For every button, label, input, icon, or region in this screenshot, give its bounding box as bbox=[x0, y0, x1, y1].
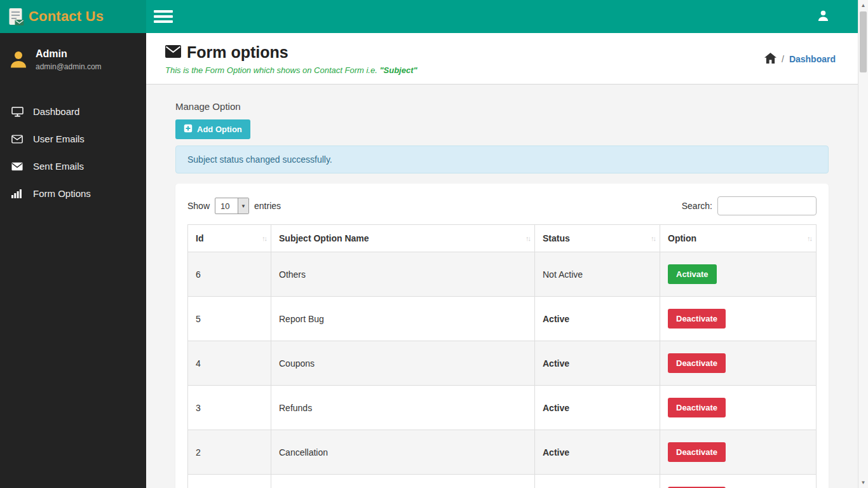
user-name: Admin bbox=[36, 48, 102, 60]
envelope-title-icon bbox=[165, 45, 181, 60]
add-option-button[interactable]: Add Option bbox=[175, 119, 250, 139]
cell-status: Active bbox=[535, 430, 660, 475]
bar-chart-icon bbox=[11, 189, 27, 198]
column-header-subject-option-name[interactable]: Subject Option Name ↑↓ bbox=[271, 225, 535, 252]
cell-subject-option-name: Coupons bbox=[271, 341, 535, 386]
top-navbar bbox=[146, 0, 858, 33]
cell-option: Deactivate bbox=[660, 430, 817, 475]
user-menu-button[interactable] bbox=[817, 10, 829, 24]
table-row: 2 Cancellation Active Deactivate bbox=[188, 430, 817, 475]
column-header-id[interactable]: Id ↑↓ bbox=[188, 225, 271, 252]
cell-subject-option-name: Report Bug bbox=[271, 297, 535, 341]
breadcrumb-dashboard-link[interactable]: Dashboard bbox=[789, 54, 836, 64]
main-area: Form options This is the Form Option whi… bbox=[146, 0, 858, 488]
table-row: 4 Coupons Active Deactivate bbox=[188, 341, 817, 386]
table-row: 5 Report Bug Active Deactivate bbox=[188, 297, 817, 341]
user-email: admin@admin.com bbox=[36, 62, 102, 71]
cell-status: Not Active bbox=[535, 252, 660, 297]
user-panel: Admin admin@admin.com bbox=[0, 33, 146, 78]
cell-option: Deactivate bbox=[660, 297, 817, 341]
sort-icon: ↑↓ bbox=[807, 234, 811, 242]
sidebar-nav: Dashboard User Emails Sent Emails bbox=[0, 98, 146, 207]
nav-label: Form Options bbox=[33, 188, 91, 199]
sort-icon: ↑↓ bbox=[262, 234, 266, 242]
options-table: Id ↑↓ Subject Option Name ↑↓ Status ↑↓ bbox=[187, 224, 817, 488]
cell-status: Active bbox=[535, 475, 660, 488]
envelope-filled-icon bbox=[11, 162, 27, 171]
sidebar: Contact Us Admin admin@admin.com Dashboa… bbox=[0, 0, 146, 488]
table-row: 3 Refunds Active Deactivate bbox=[188, 386, 817, 430]
app-logo[interactable]: Contact Us bbox=[0, 0, 146, 33]
app-logo-text: Contact Us bbox=[29, 8, 104, 25]
cell-option: Deactivate bbox=[660, 386, 817, 430]
breadcrumb: / Dashboard bbox=[764, 53, 836, 65]
sidebar-item-sent-emails[interactable]: Sent Emails bbox=[0, 152, 146, 180]
vertical-scrollbar[interactable]: ▲ ▼ bbox=[858, 0, 868, 488]
search-control: Search: bbox=[682, 196, 817, 215]
nav-label: User Emails bbox=[33, 133, 85, 144]
cell-status: Active bbox=[535, 386, 660, 430]
cell-id: 5 bbox=[188, 297, 271, 341]
table-body: 6 Others Not Active Activate 5 Report Bu… bbox=[188, 252, 817, 488]
status-alert: Subject status changed successfully. bbox=[175, 146, 829, 173]
page-subtitle: This is the Form Option which shows on C… bbox=[165, 65, 417, 75]
entries-label: entries bbox=[254, 201, 281, 211]
cell-option: Activate bbox=[660, 252, 817, 297]
show-label: Show bbox=[187, 201, 210, 211]
cell-id: 1 bbox=[188, 475, 271, 488]
contact-form-logo-icon bbox=[8, 7, 25, 26]
plus-square-icon bbox=[184, 124, 193, 135]
nav-label: Dashboard bbox=[33, 106, 79, 117]
search-input[interactable] bbox=[717, 196, 817, 215]
cell-id: 6 bbox=[188, 252, 271, 297]
sidebar-item-dashboard[interactable]: Dashboard bbox=[0, 98, 146, 125]
content-body: Manage Option Add Option Subject status … bbox=[146, 85, 858, 488]
cell-subject-option-name: Cancellation bbox=[271, 430, 535, 475]
desktop-icon bbox=[11, 107, 27, 117]
table-controls: Show 10 ▼ entries Search: bbox=[187, 196, 817, 215]
scroll-down-icon[interactable]: ▼ bbox=[858, 480, 868, 485]
cell-status: Active bbox=[535, 341, 660, 386]
nav-label: Sent Emails bbox=[33, 161, 84, 172]
deactivate-button[interactable]: Deactivate bbox=[668, 442, 726, 462]
deactivate-button[interactable]: Deactivate bbox=[668, 353, 726, 373]
page-length-value: 10 bbox=[215, 198, 238, 214]
cell-id: 4 bbox=[188, 341, 271, 386]
page-length-control: Show 10 ▼ entries bbox=[187, 198, 281, 214]
chevron-down-icon: ▼ bbox=[238, 198, 248, 214]
search-label: Search: bbox=[682, 201, 712, 211]
column-header-status[interactable]: Status ↑↓ bbox=[535, 225, 660, 252]
column-header-option[interactable]: Option ↑↓ bbox=[660, 225, 817, 252]
user-icon bbox=[817, 10, 829, 24]
admin-avatar-icon bbox=[9, 50, 28, 69]
scroll-up-icon[interactable]: ▲ bbox=[858, 3, 868, 8]
cell-option: Deactivate bbox=[660, 475, 817, 488]
cell-subject-option-name: Refunds bbox=[271, 386, 535, 430]
activate-button[interactable]: Activate bbox=[668, 264, 717, 284]
sidebar-item-form-options[interactable]: Form Options bbox=[0, 180, 146, 207]
table-card: Show 10 ▼ entries Search: Id bbox=[175, 184, 829, 488]
content-header: Form options This is the Form Option whi… bbox=[146, 33, 858, 85]
home-icon[interactable] bbox=[764, 53, 776, 65]
section-title: Manage Option bbox=[175, 101, 829, 112]
table-row: 6 Others Not Active Activate bbox=[188, 252, 817, 297]
cell-status: Active bbox=[535, 297, 660, 341]
hamburger-icon bbox=[154, 10, 173, 13]
page-title: Form options bbox=[187, 43, 288, 62]
cell-id: 2 bbox=[188, 430, 271, 475]
breadcrumb-separator: / bbox=[782, 54, 784, 64]
cell-subject-option-name: Others bbox=[271, 252, 535, 297]
cell-option: Deactivate bbox=[660, 341, 817, 386]
cell-subject-option-name: Sales bbox=[271, 475, 535, 488]
scrollbar-thumb[interactable] bbox=[860, 11, 867, 72]
page-length-select[interactable]: 10 ▼ bbox=[215, 198, 249, 214]
sidebar-item-user-emails[interactable]: User Emails bbox=[0, 125, 146, 152]
menu-toggle-button[interactable] bbox=[154, 10, 173, 23]
sort-icon: ↑↓ bbox=[526, 234, 530, 242]
deactivate-button[interactable]: Deactivate bbox=[668, 309, 726, 329]
sort-icon: ↑↓ bbox=[651, 234, 655, 242]
deactivate-button[interactable]: Deactivate bbox=[668, 398, 726, 417]
cell-id: 3 bbox=[188, 386, 271, 430]
table-row: 1 Sales Active Deactivate bbox=[188, 475, 817, 488]
envelope-icon bbox=[11, 135, 27, 144]
